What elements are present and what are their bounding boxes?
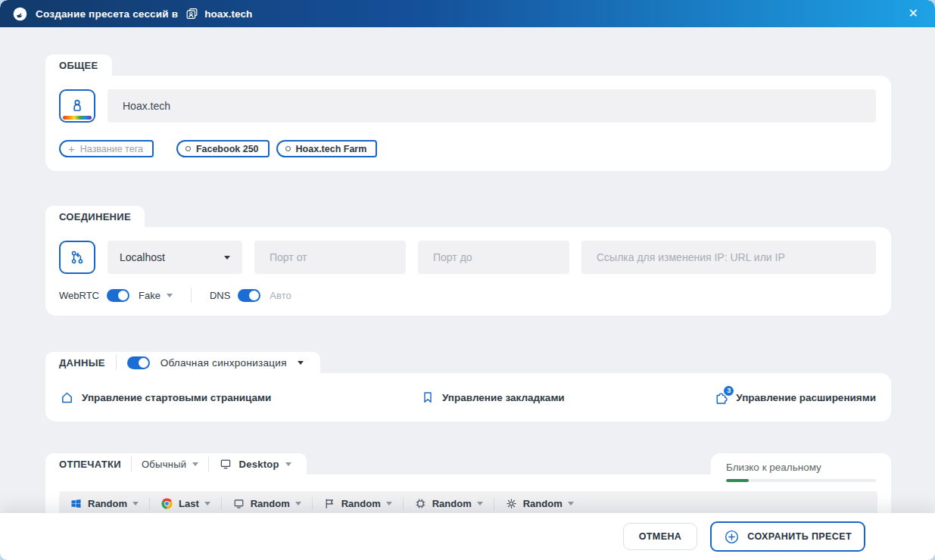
port-from-input[interactable] [254,241,406,274]
person-icon [69,98,86,114]
language-select[interactable]: Random [313,497,403,510]
data-card: Управление стартовыми страницами Управле… [45,373,891,422]
realness-progress-fill [726,479,749,482]
add-tag-input[interactable]: + Название тега [59,140,154,157]
preset-name-input[interactable] [108,89,876,123]
connection-branch-icon [69,249,86,266]
hoax-logo-icon [12,6,28,22]
bookmark-icon [420,390,435,405]
profile-card-icon [185,7,199,21]
chevron-down-icon[interactable] [298,361,304,365]
tag-chip[interactable]: Hoax.tech Farm [276,140,378,157]
manage-extensions-link[interactable]: 3 Управление расширениями [713,390,876,406]
chevron-down-icon [386,502,392,506]
chevron-down-icon [568,502,574,506]
chevron-down-icon [224,256,230,260]
chevron-down-icon [285,462,291,466]
tag-dot-icon [285,146,291,151]
dns-toggle[interactable] [238,289,260,302]
tag-dot-icon [185,146,191,151]
chrome-icon [161,497,173,510]
ip-change-link-input[interactable] [581,241,876,274]
cloud-sync-toggle[interactable] [127,356,150,369]
connection-card: Localhost WebRTC Fake DNS Авто [45,227,891,316]
save-preset-button[interactable]: СОХРАНИТЬ ПРЕСЕТ [710,521,865,552]
proxy-settings-button[interactable] [59,241,95,274]
tab-connection: СОЕДИНЕНИЕ [45,206,145,227]
flag-icon [323,497,336,510]
dialog-title: Создание пресета сессий в [36,8,178,20]
gear-icon [505,497,518,510]
browser-version-select[interactable]: Last [150,497,221,510]
os-select[interactable]: Random [65,497,149,510]
device-type-select[interactable]: Desktop [219,457,291,471]
port-to-input[interactable] [418,241,569,274]
cancel-button[interactable]: ОТМЕНА [623,523,698,550]
tab-data: ДАННЫЕ Облачная синхронизация [45,352,320,373]
section-general: ОБЩЕЕ + Название тега [45,54,891,171]
realness-indicator: Близко к реальному [711,453,891,488]
tab-fingerprints: ОТПЕЧАТКИ Обычный Desktop [45,453,307,474]
rainbow-strip [63,116,92,120]
close-icon[interactable]: ✕ [904,5,923,23]
webrtc-toggle[interactable] [107,289,129,302]
hardware-select[interactable]: Random [404,497,494,510]
screen-select[interactable]: Random [222,497,312,510]
cloud-sync-label[interactable]: Облачная синхронизация [161,357,287,369]
plus-circle-icon [724,529,740,545]
chevron-down-icon[interactable] [167,294,173,297]
monitor-icon [219,457,232,471]
chevron-down-icon [132,502,139,506]
footer-actions: ОТМЕНА СОХРАНИТЬ ПРЕСЕТ [0,513,935,560]
chevron-down-icon [204,502,210,506]
webrtc-label: WebRTC [59,290,99,301]
profile-avatar-button[interactable] [59,89,95,123]
plus-icon: + [68,143,75,154]
advanced-settings-select[interactable]: Random [494,497,584,510]
home-icon [59,390,75,406]
tags-row: + Название тега Facebook 250 Hoax.tech F… [59,140,876,157]
extensions-count-badge: 3 [724,386,734,396]
brand-name: hoax.tech [204,8,252,20]
dns-value: Авто [270,290,291,301]
create-preset-dialog: Создание пресета сессий в hoax.tech ✕ ОБ… [0,0,935,560]
cpu-icon [414,497,427,510]
fingerprint-mode-select[interactable]: Обычный [142,459,199,470]
section-data: ДАННЫЕ Облачная синхронизация Управление… [45,352,891,422]
tag-chip[interactable]: Facebook 250 [176,140,270,157]
tab-general: ОБЩЕЕ [45,54,112,76]
dns-label: DNS [210,290,230,301]
webrtc-dns-row: WebRTC Fake DNS Авто [59,288,876,303]
dialog-body: ОБЩЕЕ + Название тега [0,27,935,560]
manage-start-pages-link[interactable]: Управление стартовыми страницами [59,390,271,406]
windows-icon [70,497,83,510]
titlebar: Создание пресета сессий в hoax.tech ✕ [0,0,935,27]
general-card: + Название тега Facebook 250 Hoax.tech F… [45,76,891,171]
webrtc-value[interactable]: Fake [139,290,161,301]
chevron-down-icon [192,462,198,466]
chevron-down-icon [295,502,301,506]
chevron-down-icon [477,502,483,506]
section-connection: СОЕДИНЕНИЕ Localhost [45,206,891,316]
manage-bookmarks-link[interactable]: Управление закладками [420,390,565,405]
monitor-icon [232,497,245,510]
realness-progress-track [726,479,876,482]
realness-label: Близко к реальному [726,462,876,473]
proxy-type-select[interactable]: Localhost [108,241,242,274]
